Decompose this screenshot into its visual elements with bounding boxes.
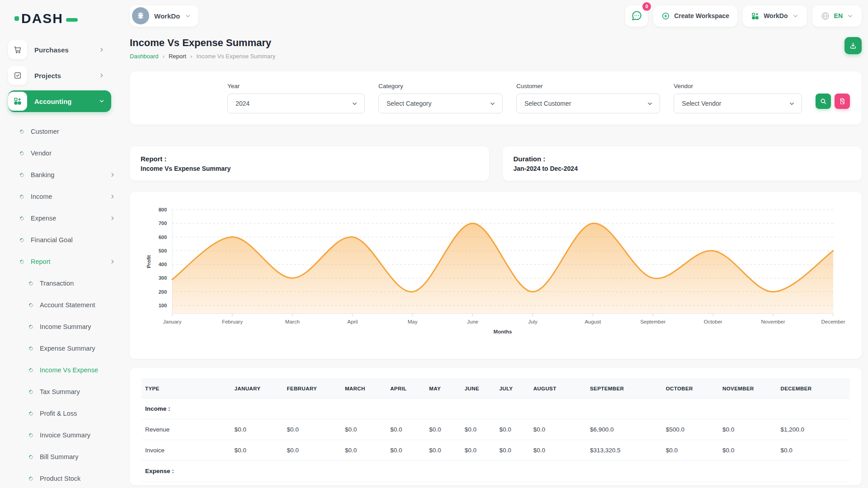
chevron-down-icon bbox=[646, 100, 653, 107]
bullet-icon bbox=[19, 237, 25, 243]
svg-text:June: June bbox=[467, 319, 478, 324]
profit-area-chart[interactable]: 100200300400500600700800JanuaryFebruaryM… bbox=[143, 203, 848, 340]
sidebar-item-label: Product Stock bbox=[40, 475, 80, 482]
customer-select[interactable]: Select Customer bbox=[516, 94, 660, 113]
svg-text:July: July bbox=[528, 319, 538, 324]
sidebar: DASH Purchases Projects Accounting Custo… bbox=[0, 0, 118, 488]
sidebar-item-income-vs-expense[interactable]: Income Vs Expense bbox=[29, 359, 118, 381]
sidebar-item-label: Income Vs Expense bbox=[40, 366, 98, 374]
value-cell: $0.0 bbox=[719, 419, 777, 440]
vendor-select[interactable]: Select Vendor bbox=[674, 94, 802, 113]
table-column-header: APRIL bbox=[387, 379, 425, 399]
value-cell: $0.0 bbox=[495, 419, 529, 440]
app-logo[interactable]: DASH bbox=[14, 12, 111, 25]
bullet-icon bbox=[28, 432, 34, 438]
sidebar-item-expense[interactable]: Expense bbox=[20, 207, 116, 229]
year-label: Year bbox=[227, 83, 365, 89]
sidebar-item-report[interactable]: Report bbox=[20, 251, 116, 272]
sidebar-item-label: Report bbox=[31, 258, 51, 265]
chat-icon bbox=[631, 10, 642, 22]
breadcrumb-item[interactable]: Report bbox=[169, 53, 186, 60]
sidebar-item-bill-summary[interactable]: Bill Summary bbox=[29, 446, 118, 468]
year-select[interactable]: 2024 bbox=[227, 94, 365, 113]
apply-filter-button[interactable] bbox=[816, 94, 831, 109]
value-cell: $0.0 bbox=[387, 419, 425, 440]
bullet-icon bbox=[28, 281, 34, 286]
sidebar-item-accounting[interactable]: Accounting bbox=[8, 90, 111, 112]
chevron-down-icon bbox=[489, 100, 496, 107]
search-icon bbox=[820, 98, 827, 105]
value-cell: $0.0 bbox=[461, 440, 496, 461]
value-cell: $0.0 bbox=[495, 440, 529, 461]
sidebar-item-account-statement[interactable]: Account Statement bbox=[29, 294, 118, 316]
value-cell: $500.0 bbox=[662, 419, 719, 440]
download-icon bbox=[849, 42, 857, 50]
messages-count-badge: 0 bbox=[642, 2, 651, 11]
page-header: Income Vs Expense Summary Dashboard›Repo… bbox=[130, 37, 862, 60]
duration-card-title: Duration : bbox=[514, 155, 851, 163]
table-header-row: TYPEJANUARYFEBRUARYMARCHAPRILMAYJUNEJULY… bbox=[142, 379, 850, 399]
sidebar-item-tax-summary[interactable]: Tax Summary bbox=[29, 381, 118, 403]
workdo-menu-button[interactable]: WorkDo bbox=[743, 5, 807, 27]
sidebar-item-financial-goal[interactable]: Financial Goal bbox=[20, 229, 116, 251]
category-select-value: Select Category bbox=[387, 100, 432, 107]
breadcrumb: Dashboard›Report›Income Vs Expense Summa… bbox=[130, 53, 275, 60]
category-select[interactable]: Select Category bbox=[378, 94, 503, 113]
sidebar-item-vendor[interactable]: Vendor bbox=[20, 142, 116, 164]
cart-icon bbox=[8, 40, 27, 59]
table-section-row: Income : bbox=[142, 399, 850, 419]
workspace-name: WorkDo bbox=[154, 12, 180, 20]
sidebar-item-banking[interactable]: Banking bbox=[20, 164, 116, 186]
sidebar-item-product-stock[interactable]: Product Stock bbox=[29, 468, 118, 488]
report-summary-card: Report : Income Vs Expense Summary bbox=[130, 146, 489, 181]
sidebar-item-invoice-summary[interactable]: Invoice Summary bbox=[29, 424, 118, 446]
breadcrumb-separator: › bbox=[163, 53, 165, 60]
download-report-button[interactable] bbox=[844, 37, 862, 54]
messages-button[interactable]: 0 bbox=[625, 5, 648, 27]
svg-text:March: March bbox=[285, 319, 300, 324]
chevron-right-icon bbox=[109, 172, 116, 178]
topbar-actions: 0 Create Workspace WorkDo EN bbox=[625, 5, 862, 27]
sidebar-item-projects[interactable]: Projects bbox=[8, 65, 111, 86]
svg-text:February: February bbox=[222, 319, 243, 324]
workspace-switcher[interactable]: WorkDo bbox=[130, 5, 198, 27]
sidebar-item-customer[interactable]: Customer bbox=[20, 121, 116, 142]
breadcrumb-item[interactable]: Dashboard bbox=[130, 53, 159, 60]
sidebar-item-income-summary[interactable]: Income Summary bbox=[29, 316, 118, 338]
row-type-cell: Revenue bbox=[142, 419, 231, 440]
table-column-header: JULY bbox=[495, 379, 529, 399]
table-column-header: JUNE bbox=[461, 379, 496, 399]
bullet-icon bbox=[28, 324, 34, 330]
sidebar-item-transaction[interactable]: Transaction bbox=[29, 272, 118, 294]
sidebar-item-expense-summary[interactable]: Expense Summary bbox=[29, 338, 118, 359]
sidebar-item-purchases[interactable]: Purchases bbox=[8, 39, 111, 61]
customer-label: Customer bbox=[516, 83, 660, 89]
value-cell: $0.0 bbox=[530, 419, 586, 440]
table-body: Income :Revenue$0.0$0.0$0.0$0.0$0.0$0.0$… bbox=[142, 399, 850, 482]
reset-filter-button[interactable] bbox=[835, 94, 850, 109]
filter-panel: Year 2024 Category Select Category Custo… bbox=[130, 71, 862, 125]
chevron-down-icon bbox=[184, 13, 191, 19]
sidebar-item-label: Banking bbox=[31, 171, 54, 178]
sidebar-item-profit-loss[interactable]: Profit & Loss bbox=[29, 403, 118, 424]
table-row: Invoice$0.0$0.0$0.0$0.0$0.0$0.0$0.0$0.0$… bbox=[142, 440, 850, 461]
vendor-label: Vendor bbox=[674, 83, 802, 89]
bullet-icon bbox=[28, 454, 34, 460]
chevron-down-icon bbox=[847, 13, 854, 19]
profit-chart-svg: 100200300400500600700800JanuaryFebruaryM… bbox=[143, 203, 849, 339]
svg-text:Profit: Profit bbox=[146, 255, 151, 268]
create-workspace-label: Create Workspace bbox=[674, 12, 729, 19]
sidebar-item-income[interactable]: Income bbox=[20, 186, 116, 207]
workspace-avatar-icon bbox=[132, 7, 149, 24]
table-column-header: MAY bbox=[425, 379, 461, 399]
sidebar-item-label: Projects bbox=[34, 72, 61, 80]
table-column-header: NOVEMBER bbox=[719, 379, 777, 399]
topbar: WorkDo 0 Create Workspace WorkDo bbox=[130, 0, 862, 27]
value-cell: $0.0 bbox=[341, 440, 387, 461]
breadcrumb-separator: › bbox=[190, 53, 192, 60]
language-selector[interactable]: EN bbox=[812, 5, 862, 27]
sidebar-item-label: Account Statement bbox=[40, 301, 95, 309]
svg-text:January: January bbox=[163, 319, 182, 324]
plus-circle-icon bbox=[661, 12, 670, 20]
create-workspace-button[interactable]: Create Workspace bbox=[653, 5, 737, 27]
